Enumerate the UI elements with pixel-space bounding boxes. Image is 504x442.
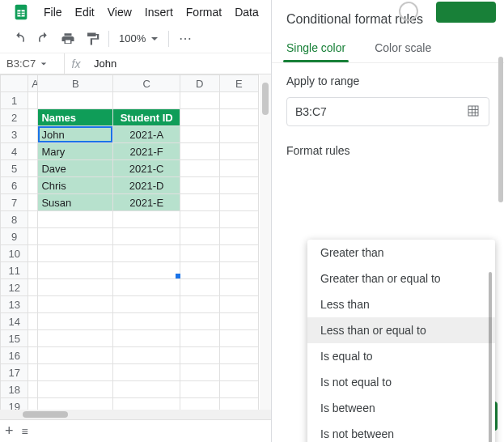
share-button[interactable]	[436, 2, 496, 23]
formula-value: John	[94, 57, 116, 70]
page-scrollbar[interactable]	[498, 24, 504, 442]
cell[interactable]: 2021-C	[113, 160, 180, 177]
more-toolbar-icon[interactable]: ⋯	[174, 28, 197, 50]
all-sheets-icon[interactable]: ≡	[22, 425, 28, 438]
row-header[interactable]: 1	[1, 92, 28, 109]
dd-greater-equal[interactable]: Greater than or equal to	[307, 266, 495, 291]
tab-single-color[interactable]: Single color	[286, 41, 345, 62]
dd-is-not-between[interactable]: Is not between	[307, 421, 495, 442]
dd-greater-than[interactable]: Greater than	[307, 240, 495, 266]
paint-format-icon[interactable]	[81, 28, 104, 50]
row-header[interactable]: 10	[1, 245, 28, 262]
conditional-format-panel: Conditional format rules Single color Co…	[271, 0, 504, 442]
menu-insert[interactable]: Insert	[138, 2, 180, 22]
row-header[interactable]: 15	[1, 330, 28, 347]
add-sheet-icon[interactable]: +	[5, 423, 14, 440]
name-box-value: B3:C7	[6, 57, 36, 70]
row-header[interactable]: 8	[1, 211, 28, 228]
avatar[interactable]	[399, 2, 418, 21]
row-header[interactable]: 3	[1, 126, 28, 143]
col-header-a[interactable]: A	[28, 75, 38, 92]
row-header[interactable]: 17	[1, 364, 28, 381]
apply-to-range-label: Apply to range	[286, 74, 489, 87]
col-header-c[interactable]: C	[113, 75, 180, 92]
cell[interactable]: 2021-E	[113, 194, 180, 211]
cell[interactable]: John	[38, 126, 113, 143]
spreadsheet-grid[interactable]: A B C D E 1 2 Names Student ID 3 John 20…	[0, 74, 271, 442]
row-header[interactable]: 12	[1, 279, 28, 296]
grid-horizontal-scrollbar[interactable]	[0, 410, 271, 419]
cell[interactable]: 2021-A	[113, 126, 180, 143]
col-header-e[interactable]: E	[219, 75, 259, 92]
dropdown-scrollbar[interactable]	[489, 272, 492, 442]
select-range-icon[interactable]	[466, 104, 481, 121]
panel-tabs: Single color Color scale	[272, 38, 504, 62]
cell[interactable]: Names	[38, 109, 113, 126]
toolbar-sep	[108, 31, 109, 47]
row-header[interactable]: 4	[1, 143, 28, 160]
dd-less-than[interactable]: Less than	[307, 291, 495, 317]
apply-range-input[interactable]: B3:C7	[286, 97, 489, 126]
zoom-value: 100%	[119, 32, 146, 45]
row-header[interactable]: 18	[1, 381, 28, 398]
selection-handle[interactable]	[176, 274, 180, 278]
format-rules-label: Format rules	[286, 144, 489, 157]
cell[interactable]: Chris	[38, 177, 113, 194]
sheets-logo-icon	[10, 1, 32, 23]
menu-format[interactable]: Format	[180, 2, 228, 22]
row-header[interactable]: 11	[1, 262, 28, 279]
toolbar-sep	[168, 31, 169, 47]
redo-icon[interactable]	[32, 28, 55, 50]
row-header[interactable]: 9	[1, 228, 28, 245]
dd-less-equal[interactable]: Less than or equal to	[307, 317, 495, 343]
condition-dropdown[interactable]: Greater than Greater than or equal to Le…	[307, 240, 495, 442]
menu-edit[interactable]: Edit	[69, 2, 101, 22]
name-box[interactable]: B3:C7	[0, 53, 65, 74]
apply-range-value: B3:C7	[295, 105, 327, 118]
cell[interactable]: Dave	[38, 160, 113, 177]
dd-is-not-equal[interactable]: Is not equal to	[307, 369, 495, 395]
tab-color-scale[interactable]: Color scale	[375, 41, 431, 62]
row-header[interactable]: 16	[1, 347, 28, 364]
corner-cell[interactable]	[1, 75, 28, 92]
zoom-select[interactable]: 100%	[114, 32, 163, 45]
cell[interactable]: 2021-F	[113, 143, 180, 160]
dd-is-between[interactable]: Is between	[307, 395, 495, 421]
cell[interactable]: 2021-D	[113, 177, 180, 194]
dd-is-equal[interactable]: Is equal to	[307, 343, 495, 369]
row-header[interactable]: 7	[1, 194, 28, 211]
grid-vertical-scrollbar[interactable]	[260, 74, 271, 410]
row-header[interactable]: 2	[1, 109, 28, 126]
print-icon[interactable]	[57, 28, 79, 50]
menu-data[interactable]: Data	[228, 2, 265, 22]
row-header[interactable]: 14	[1, 313, 28, 330]
row-header[interactable]: 5	[1, 160, 28, 177]
col-header-d[interactable]: D	[180, 75, 219, 92]
menu-view[interactable]: View	[101, 2, 138, 22]
undo-icon[interactable]	[8, 28, 31, 50]
row-header[interactable]: 6	[1, 177, 28, 194]
svg-rect-6	[468, 106, 478, 116]
col-header-b[interactable]: B	[38, 75, 113, 92]
fx-icon: fx	[65, 53, 87, 74]
row-header[interactable]: 13	[1, 296, 28, 313]
cell[interactable]: Mary	[38, 143, 113, 160]
cell[interactable]: Student ID	[113, 109, 180, 126]
menu-file[interactable]: File	[37, 2, 69, 22]
cell[interactable]: Susan	[38, 194, 113, 211]
